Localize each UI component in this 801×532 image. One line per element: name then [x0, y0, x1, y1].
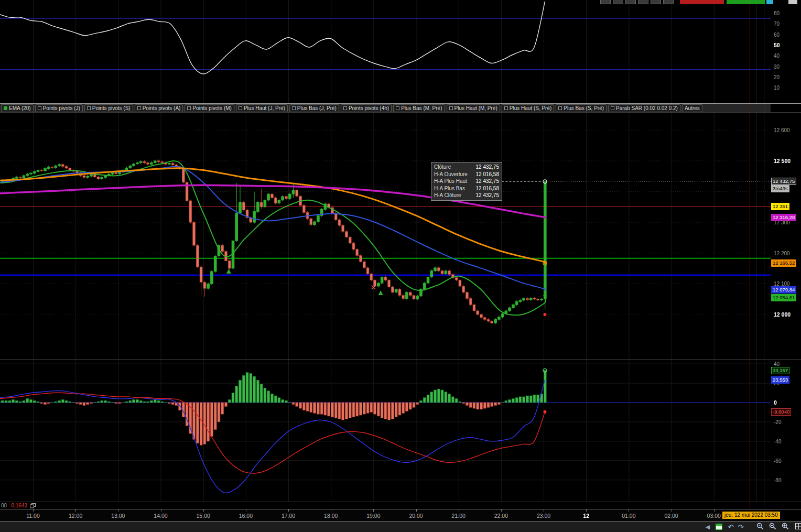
undo-icon: ↶ — [728, 523, 734, 531]
axis-tick: 80 — [774, 10, 780, 16]
detach-panel-icon[interactable] — [30, 503, 36, 508]
indicator-button-label: Plus Haut (S, Pré) — [510, 105, 552, 111]
checkbox-icon[interactable] — [449, 106, 453, 110]
indicator-button[interactable]: Points pivots (M) — [185, 104, 234, 112]
price-tag: 12 166,52 — [771, 259, 796, 267]
checkbox-icon[interactable] — [187, 106, 191, 110]
checkbox-checked-icon[interactable] — [4, 106, 7, 110]
axis-border-line — [764, 0, 764, 509]
axis-tick: 12 000 — [774, 311, 791, 318]
axis-tick: 30 — [774, 63, 780, 69]
time-tick — [416, 509, 417, 512]
indicator-button[interactable]: Autres — [682, 104, 702, 112]
indicator-button[interactable]: Plus Bas (M, Pré) — [393, 104, 445, 112]
redo-button[interactable]: ↷ — [735, 523, 746, 531]
tooltip-row: Clôture12 432,75 — [434, 164, 499, 171]
grid-icon — [795, 523, 801, 530]
indicator-button[interactable]: Points pivots (4h) — [341, 104, 392, 112]
time-tick — [118, 509, 118, 512]
indicator-button[interactable]: Plus Haut (S, Pré) — [502, 104, 555, 112]
panel-separator — [0, 112, 801, 113]
zoom-tool-button[interactable] — [755, 523, 765, 531]
indicator-button[interactable]: EMA (20) — [1, 104, 34, 112]
checkbox-icon[interactable] — [137, 106, 141, 110]
time-axis[interactable]: jeu. 12 mai 2022 03:50 11:0012:0013:0014… — [0, 509, 771, 522]
chart-tool-button[interactable] — [613, 0, 623, 4]
price-chart-panel[interactable]: Clôture12 432,75H-A Ouverture12 016,58H-… — [0, 113, 771, 359]
indicator-button-label: Points pivots (S) — [92, 105, 131, 111]
indicator-button[interactable]: Plus Bas (S, Pré) — [556, 104, 607, 112]
time-label: 02:00 — [664, 513, 678, 519]
macd-chart[interactable] — [0, 360, 771, 502]
candlestick-chart[interactable] — [0, 113, 771, 359]
scroll-left-button[interactable]: ◀ — [702, 523, 713, 531]
checkbox-icon[interactable] — [396, 106, 399, 110]
time-label: 15:00 — [197, 513, 210, 519]
indicator-button[interactable]: Points pivots (J) — [35, 104, 83, 112]
time-tick — [331, 509, 331, 512]
axis-tick: 60 — [774, 31, 780, 37]
zoom-in-button[interactable] — [780, 523, 791, 531]
tooltip-value: 12 432,75 — [476, 178, 500, 185]
buy-button[interactable] — [727, 0, 765, 4]
value-tag: -9,6040 — [771, 408, 791, 416]
indicator-button[interactable]: Plus Haut (M, Pré) — [447, 104, 500, 112]
sell-button[interactable] — [680, 0, 724, 4]
axis-tick: -80 — [774, 477, 781, 483]
indicator-button[interactable]: Plus Bas (J, Pré) — [289, 104, 339, 112]
checkbox-icon[interactable] — [504, 106, 508, 110]
tooltip-label: Clôture — [434, 164, 451, 171]
checkbox-icon[interactable] — [239, 106, 242, 110]
rsi-chart[interactable] — [0, 0, 771, 103]
chart-tool-button[interactable] — [651, 0, 661, 4]
rsi-indicator-panel[interactable] — [0, 0, 771, 103]
time-label: 23:00 — [537, 513, 550, 519]
sar-dot — [543, 294, 546, 297]
magnifier-minus-icon — [769, 523, 777, 530]
indicator-button[interactable]: Points pivots (S) — [84, 104, 133, 112]
time-tick — [373, 509, 374, 512]
trading-platform-window: EMA (20)Points pivots (J)Points pivots (… — [0, 0, 801, 532]
calendar-button[interactable] — [713, 523, 724, 531]
time-tick — [586, 509, 587, 512]
panel-separator[interactable] — [0, 103, 801, 104]
settings-icon[interactable] — [788, 0, 797, 4]
time-tick — [714, 509, 715, 512]
axis-tick: 70 — [774, 21, 780, 27]
undo-button[interactable]: ↶ — [726, 523, 736, 531]
axis-tick: 10 — [774, 85, 780, 91]
time-tick — [544, 509, 544, 512]
checkbox-icon[interactable] — [87, 106, 91, 110]
panel-separator[interactable] — [0, 359, 801, 360]
indicator-button[interactable]: Plus Haut (J, Pré) — [236, 104, 288, 112]
indicator-button-label: Plus Bas (S, Pré) — [564, 105, 604, 111]
sar-dot — [543, 313, 546, 316]
indicator-status-row: 08 -0,1643 — [0, 502, 771, 509]
time-tick — [33, 509, 34, 512]
tooltip-label: H-A Plus Bas — [434, 185, 465, 192]
indicator-value-negative: -0,1643 — [9, 503, 27, 508]
macd-indicator-panel[interactable] — [0, 360, 771, 502]
current-time-line — [750, 0, 750, 509]
time-label: 22:00 — [494, 513, 508, 519]
axis-tick: 12 600 — [774, 127, 790, 133]
chart-tool-button[interactable] — [625, 0, 636, 4]
layout-grid-button[interactable] — [793, 523, 801, 531]
indicator-button-label: Plus Bas (M, Pré) — [401, 105, 442, 111]
checkbox-icon[interactable] — [558, 106, 562, 110]
checkbox-icon[interactable] — [292, 106, 296, 110]
chart-tool-button[interactable] — [638, 0, 648, 4]
chart-tool-button[interactable] — [663, 0, 674, 4]
time-tick — [75, 509, 76, 512]
zoom-out-button[interactable] — [767, 523, 778, 531]
checkbox-icon[interactable] — [38, 106, 41, 110]
indicator-button[interactable]: Parab SAR (0.02 0.02 0.2) — [608, 104, 680, 112]
time-tick — [246, 509, 246, 512]
checkbox-icon[interactable] — [343, 106, 347, 110]
price-axis[interactable]: 807060504030201012 60012 50012 30012 200… — [771, 0, 801, 509]
checkbox-icon[interactable] — [611, 106, 614, 110]
top-icon[interactable] — [766, 0, 773, 4]
indicator-button[interactable]: Points pivots (A) — [135, 104, 183, 112]
chart-tool-button[interactable] — [600, 0, 611, 4]
calendar-icon — [716, 524, 722, 530]
